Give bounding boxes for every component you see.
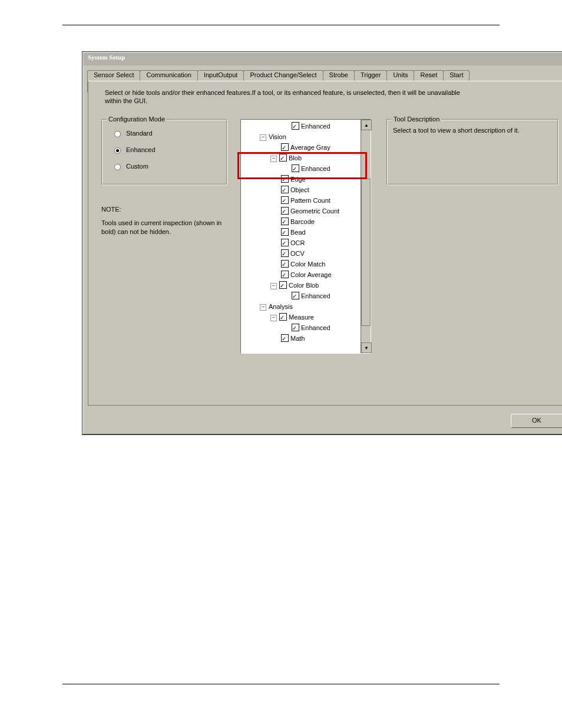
tree-ocr[interactable]: OCR [242,238,360,248]
radio-enhanced-label: Enhanced [126,146,156,153]
note-body: Tools used in current inspection (shown … [101,219,236,236]
ok-button[interactable]: OK [511,414,562,428]
tab-inputoutput[interactable]: InputOutput [197,70,244,82]
tree-vision[interactable]: −Vision [242,131,360,142]
tree-measure[interactable]: −Measure [242,312,360,322]
checkbox-icon[interactable] [281,175,289,183]
configuration-mode-group: Configuration Mode Standard Enhanced Cus… [101,119,227,185]
checkbox-icon[interactable] [292,292,299,299]
checkbox-icon[interactable] [281,196,289,204]
radio-custom[interactable]: Custom [111,162,148,170]
radio-standard[interactable]: Standard [111,129,153,137]
checkbox-icon[interactable] [281,143,289,151]
tree-body: Enhanced −Vision Average Gray −Blob Enha… [242,121,360,352]
tab-product-change-select[interactable]: Product Change/Select [243,70,323,82]
checkbox-icon[interactable] [292,122,299,130]
checkbox-icon[interactable] [292,324,299,331]
checkbox-icon[interactable] [281,239,289,246]
tab-reset[interactable]: Reset [414,70,444,82]
radio-enhanced-input[interactable] [114,147,121,154]
tree-analysis[interactable]: −Analysis [242,301,360,312]
page-rule-top [62,25,500,25]
tree-object[interactable]: Object [242,185,360,195]
tree-ocv[interactable]: OCV [242,248,360,259]
radio-standard-input[interactable] [114,131,121,137]
checkbox-icon[interactable] [281,186,289,193]
tree-color-match[interactable]: Color Match [242,259,360,269]
checkbox-icon[interactable] [281,334,289,342]
tree-color-blob-enhanced[interactable]: Enhanced [242,291,360,301]
scroll-down-icon[interactable]: ▼ [361,342,372,353]
checkbox-icon[interactable] [292,164,299,172]
collapse-icon[interactable]: − [260,304,266,311]
checkbox-icon[interactable] [281,218,289,225]
tree-enhanced-top[interactable]: Enhanced [242,121,360,131]
checkbox-icon[interactable] [281,249,289,257]
tab-communication[interactable]: Communication [140,70,197,82]
tree-math[interactable]: Math [242,333,360,344]
radio-standard-label: Standard [126,130,153,137]
configuration-mode-legend: Configuration Mode [107,116,167,123]
tab-units[interactable]: Units [386,70,414,82]
note-block: NOTE: Tools used in current inspection (… [101,205,236,236]
tool-description-legend: Tool Description [392,116,441,123]
radio-enhanced[interactable]: Enhanced [111,146,156,154]
tab-start[interactable]: Start [443,70,470,82]
tools-tree[interactable]: ▲ ▼ Enhanced −Vision Average Gray −Blob … [240,119,371,354]
collapse-icon[interactable]: − [270,156,277,162]
tree-edge[interactable]: Edge [242,174,360,185]
tab-trigger[interactable]: Trigger [354,70,387,82]
tree-blob-enhanced[interactable]: Enhanced [242,163,360,174]
tab-strobe[interactable]: Strobe [323,70,355,82]
tab-client-area: Select or hide tools and/or their enhanc… [88,81,562,406]
tree-measure-enhanced[interactable]: Enhanced [242,322,360,333]
radio-custom-input[interactable] [114,164,121,170]
tool-description-body: Select a tool to view a short descriptio… [393,127,552,134]
checkbox-icon[interactable] [281,271,289,278]
tree-color-blob[interactable]: −Color Blob [242,280,360,291]
checkbox-icon[interactable] [279,281,287,289]
help-text: Select or hide tools and/or their enhanc… [105,88,477,105]
tree-average-gray[interactable]: Average Gray [242,142,360,153]
scroll-thumb[interactable] [361,179,371,326]
checkbox-icon[interactable] [281,207,289,215]
tree-color-average[interactable]: Color Average [242,269,360,280]
system-setup-window: System Setup Sensor Select Communication… [82,52,562,434]
page-rule-bottom [62,684,500,684]
checkbox-icon[interactable] [279,313,287,321]
tree-blob[interactable]: −Blob [242,153,360,163]
tree-pattern-count[interactable]: Pattern Count [242,195,360,206]
scroll-up-icon[interactable]: ▲ [361,120,372,130]
collapse-icon[interactable]: − [270,283,277,289]
checkbox-icon[interactable] [279,154,287,162]
radio-custom-label: Custom [126,163,148,170]
checkbox-icon[interactable] [281,260,289,268]
checkbox-icon[interactable] [281,228,289,236]
tab-sensor-select[interactable]: Sensor Select [87,70,140,82]
tree-barcode[interactable]: Barcode [242,216,360,227]
tree-geometric-count[interactable]: Geometric Count [242,206,360,216]
tool-description-group: Tool Description Select a tool to view a… [386,119,558,185]
collapse-icon[interactable]: − [260,134,266,141]
note-heading: NOTE: [101,205,236,214]
collapse-icon[interactable]: − [270,315,277,321]
window-title: System Setup [83,52,562,65]
tree-bead[interactable]: Bead [242,227,360,238]
tree-scrollbar[interactable]: ▲ ▼ [361,120,371,353]
